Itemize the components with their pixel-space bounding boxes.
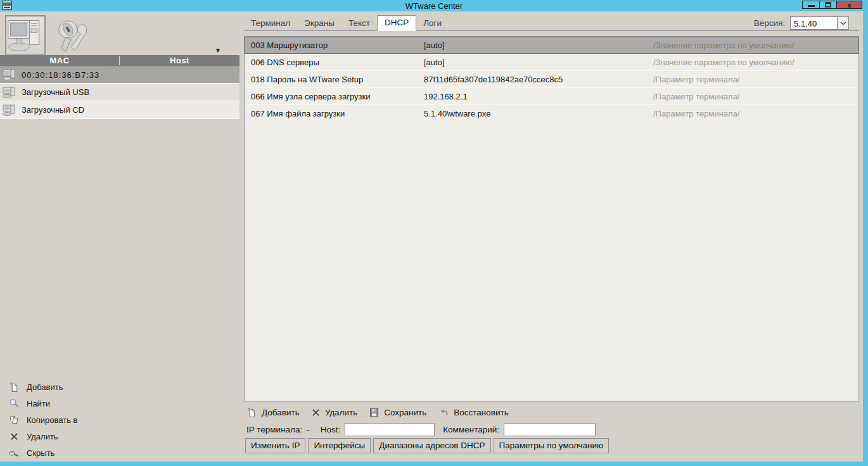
option-name: 067 Имя файла загрузки	[251, 109, 345, 118]
new-document-icon	[6, 382, 22, 392]
close-icon: x	[847, 2, 851, 8]
dhcp-row-003[interactable]: 003 Маршрутизатор [auto] /Значение парам…	[245, 37, 858, 54]
terminal-list-header: MAC Host	[0, 55, 239, 66]
ip-terminal-value: -	[307, 425, 310, 434]
change-ip-button[interactable]: Изменить IP	[245, 438, 305, 453]
option-value: 87f11d65fa307de119842ae70ccec8c5	[424, 75, 563, 84]
option-name: 003 Маршрутизатор	[251, 41, 328, 50]
tab-logs[interactable]: Логи	[416, 16, 449, 30]
copy-icon	[6, 415, 22, 425]
dhcp-address-ranges-button[interactable]: Диапазоны адресов DHCP	[373, 438, 490, 453]
menu-item-label: Копировать в	[27, 415, 78, 425]
settings-tools-button[interactable]	[51, 18, 96, 56]
client-area: ▼ MAC Host 00:30:18:36:B7:33	[0, 11, 863, 462]
tab-screens[interactable]: Экраны	[297, 16, 341, 30]
host-label: Host:	[321, 425, 341, 434]
terminal-row-mac[interactable]: 00:30:18:36:B7:33	[0, 66, 239, 84]
terminal-label: 00:30:18:36:B7:33	[22, 70, 99, 80]
main-panel: Терминал Экраны Текст DHCP Логи Версия: …	[244, 11, 859, 462]
menu-item-label: Скрыть	[27, 448, 54, 458]
toolbar-restore-button[interactable]: Восстановить	[438, 407, 508, 417]
computer-icon	[3, 69, 16, 80]
column-header-host[interactable]: Host	[120, 56, 239, 65]
minimize-button[interactable]	[802, 1, 820, 9]
dhcp-row-067[interactable]: 067 Имя файла загрузки 5.1.40\wtware.pxe…	[245, 105, 858, 122]
interfaces-button[interactable]: Интерфейсы	[308, 438, 371, 453]
chevron-down-icon[interactable]	[837, 17, 848, 29]
dhcp-row-018[interactable]: 018 Пароль на WTware Setup 87f11d65fa307…	[245, 71, 858, 88]
menu-item-delete-terminal[interactable]: Удалить	[6, 428, 78, 444]
option-name: 018 Пароль на WTware Setup	[251, 75, 363, 84]
barcode-logo-icon	[2, 1, 13, 10]
wtware-center-window: WTware Center x	[0, 0, 868, 466]
tab-dhcp[interactable]: DHCP	[377, 15, 416, 31]
ip-terminal-label: IP терминала:	[246, 425, 302, 434]
terminal-row-cd[interactable]: Загрузочный CD	[0, 101, 239, 119]
hide-icon	[6, 448, 22, 458]
option-name: 066 Имя узла сервера загрузки	[251, 92, 370, 101]
computer-icon	[7, 18, 44, 53]
toolbar-label: Сохранить	[384, 408, 426, 417]
toolbar-label: Добавить	[262, 408, 300, 417]
delete-x-icon	[6, 432, 22, 441]
tab-terminal[interactable]: Терминал	[244, 16, 297, 30]
sidebar-menu: Добавить Найти	[6, 379, 78, 461]
option-comment: /Параметр терминала/	[653, 109, 739, 118]
version-area: Версия: 5.1.40	[754, 16, 849, 30]
toolbar-add-button[interactable]: Добавить	[247, 407, 300, 417]
option-value: [auto]	[424, 58, 445, 67]
terminals-view-button[interactable]	[5, 15, 46, 56]
terminals-sidebar: ▼ MAC Host 00:30:18:36:B7:33	[0, 11, 239, 462]
menu-item-hide-terminal[interactable]: Скрыть	[6, 444, 78, 461]
window-resize-border-right[interactable]	[863, 11, 868, 466]
terminal-list: 00:30:18:36:B7:33 Загрузочный USB	[0, 66, 239, 119]
option-comment: /Параметр терминала/	[653, 92, 739, 101]
search-icon	[6, 398, 22, 408]
save-floppy-icon	[369, 408, 379, 417]
toolbar-label: Восстановить	[454, 408, 508, 417]
version-label: Версия:	[754, 18, 785, 28]
chevron-down-icon[interactable]: ▼	[215, 47, 221, 54]
titlebar: WTware Center x	[0, 0, 868, 11]
window-controls: x	[803, 1, 862, 9]
toolbar-label: Удалить	[325, 408, 358, 417]
tab-text[interactable]: Текст	[341, 16, 377, 30]
menu-item-copy-to[interactable]: Копировать в	[6, 412, 78, 428]
window-resize-border-bottom[interactable]	[0, 462, 868, 466]
menu-item-label: Удалить	[27, 432, 58, 441]
tools-icon	[54, 19, 93, 54]
version-select[interactable]: 5.1.40	[790, 16, 849, 30]
app-icon[interactable]	[2, 1, 13, 12]
menu-item-find-terminal[interactable]: Найти	[6, 395, 78, 412]
toolbar-delete-button[interactable]: Удалить	[312, 408, 358, 417]
comment-label: Комментарий:	[443, 425, 499, 434]
dhcp-options-list: 003 Маршрутизатор [auto] /Значение парам…	[244, 36, 859, 401]
undo-arrow-icon	[438, 407, 449, 417]
close-button[interactable]: x	[836, 1, 862, 9]
option-value: 5.1.40\wtware.pxe	[424, 109, 491, 118]
option-comment: /Значение параметра по умолчанию/	[653, 58, 795, 67]
option-comment: /Значение параметра по умолчанию/	[653, 41, 795, 50]
terminal-label: Загрузочный USB	[22, 87, 89, 97]
new-document-icon	[247, 407, 257, 417]
toolbar-save-button[interactable]: Сохранить	[369, 408, 426, 417]
computer-icon	[3, 87, 16, 98]
option-value: 192.168.2.1	[424, 92, 468, 101]
dhcp-toolbar: Добавить Удалить Сохранить	[247, 405, 509, 419]
delete-x-icon	[312, 408, 320, 417]
minimize-icon	[808, 5, 815, 7]
default-parameters-button[interactable]: Параметры по умолчанию	[494, 438, 610, 453]
computer-icon	[3, 104, 16, 116]
window-title: WTware Center	[405, 1, 463, 11]
terminal-row-usb[interactable]: Загрузочный USB	[0, 84, 239, 101]
comment-input[interactable]	[504, 423, 596, 436]
dhcp-row-006[interactable]: 006 DNS серверы [auto] /Значение парамет…	[245, 54, 858, 71]
menu-item-label: Добавить	[27, 382, 63, 392]
menu-item-add-terminal[interactable]: Добавить	[6, 379, 78, 395]
host-input[interactable]	[345, 423, 435, 436]
dhcp-action-buttons: Изменить IP Интерфейсы Диапазоны адресов…	[245, 438, 609, 453]
terminal-ip-row: IP терминала: - Host: Комментарий:	[246, 422, 596, 437]
dhcp-row-066[interactable]: 066 Имя узла сервера загрузки 192.168.2.…	[245, 88, 858, 105]
column-header-mac[interactable]: MAC	[0, 56, 120, 65]
maximize-button[interactable]	[819, 1, 837, 9]
